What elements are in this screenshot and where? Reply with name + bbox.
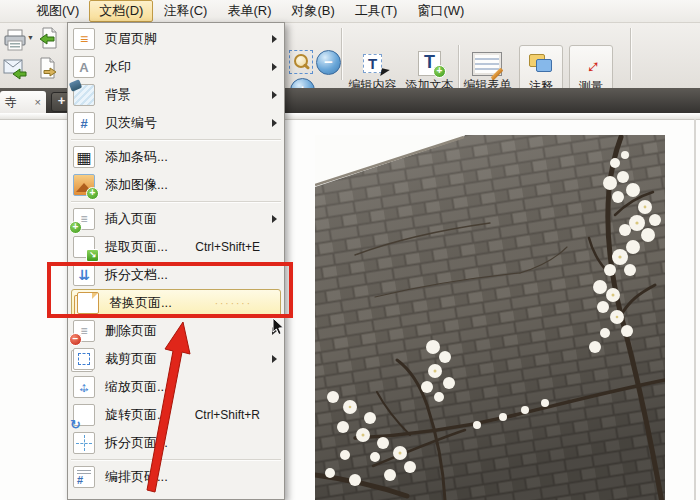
document-tab[interactable]: 寺 × [0,91,46,113]
menu-item-label: 旋转页面... [105,406,168,424]
chevron-down-icon[interactable]: ▼ [27,34,34,41]
close-icon[interactable]: × [35,96,41,108]
menu-bar-item[interactable]: 视图(V) [26,0,89,22]
menu-bar: 视图(V) 文档(D) 注释(C) 表单(R) 对象(B) 工具(T) 窗口(W… [0,0,700,23]
menu-item-label: 删除页面 [105,322,157,340]
submenu-arrow-icon [272,91,277,99]
menu-item[interactable]: 页眉页脚 [68,25,284,53]
menu-bar-item[interactable]: 文档(D) [89,0,153,22]
document-tab-label: 寺 [5,94,17,111]
menu-bar-item[interactable]: 表单(R) [217,0,281,22]
toolbar-button-icon [570,49,612,79]
delete-pages [73,320,95,342]
menu-item[interactable]: 裁剪页面 [68,345,284,373]
submenu-arrow-icon [272,355,277,363]
menu-item-shortcut: Ctrl+Shift+E [195,240,276,254]
split-pages [73,432,95,454]
header-footer [73,28,95,50]
extract-pages [73,236,95,258]
export-document-icon[interactable] [36,56,60,80]
toolbar-button-icon [520,49,562,79]
background [73,84,95,106]
bates-number [73,112,95,134]
barcode [73,146,95,168]
arrange-page-numbers [73,466,95,488]
page-right-edge [694,119,696,500]
menu-item-label: 背景 [105,86,131,104]
menu-item-label: 替换页面... [109,294,172,312]
toolbar-button-icon [344,48,401,78]
menu-item-label: 拆分文档... [105,266,168,284]
menu-item[interactable]: 水印 [68,53,284,81]
menu-item-shortcut: Ctrl+Shift+R [195,408,276,422]
submenu-arrow-icon [272,119,277,127]
plum-blossom-photo [315,135,665,500]
menu-item-label: 裁剪页面 [105,350,157,368]
menu-item[interactable]: 拆分文档... [68,261,284,289]
menu-item-label: 插入页面 [105,210,157,228]
submenu-arrow-icon [272,327,277,335]
menu-bar-item[interactable]: 窗口(W) [407,0,474,22]
menu-item[interactable]: 拆分页面... [68,429,284,457]
menu-bar-item[interactable]: 注释(C) [153,0,217,22]
insert-pages [73,208,95,230]
add-image [73,174,95,196]
menu-item-label: 水印 [105,58,131,76]
menu-item[interactable]: 删除页面 [68,317,284,345]
crop-pages [73,348,95,370]
menu-item-label: 添加条码... [105,148,168,166]
menu-item[interactable]: 编排页码... [68,463,284,491]
submenu-arrow-icon [272,35,277,43]
submenu-arrow-icon [272,215,277,223]
menu-item[interactable]: 添加条码... [68,143,284,171]
menu-item[interactable]: 添加图像... [68,171,284,199]
menu-item-label: 拆分页面... [105,434,168,452]
split-document [73,264,95,286]
printer-icon[interactable] [3,28,27,52]
menu-item[interactable]: 缩放页面... [68,373,284,401]
watermark [73,56,95,78]
menu-item-label: 页眉页脚 [105,30,157,48]
marquee-zoom-icon[interactable] [289,50,313,74]
import-document-icon[interactable] [36,26,60,50]
menu-item[interactable]: 贝茨编号 [68,109,284,137]
menu-item[interactable]: 背景 [68,81,284,109]
menu-item[interactable]: 旋转页面... Ctrl+Shift+R [68,401,284,429]
scale-pages [73,376,95,398]
menu-item[interactable]: 替换页面... [71,289,281,317]
menu-bar-item[interactable]: 工具(T) [345,0,408,22]
email-icon[interactable] [3,56,27,80]
menu-item-label: 缩放页面... [105,378,168,396]
rotate-pages [73,404,95,426]
toolbar-button-icon [401,48,458,78]
zoom-out-icon[interactable]: − [316,50,341,75]
toolbar-button-icon [459,48,516,78]
menu-bar-item[interactable]: 对象(B) [281,0,344,22]
menu-item[interactable]: 插入页面 [68,205,284,233]
menu-item-label: 贝茨编号 [105,114,157,132]
submenu-arrow-icon [272,63,277,71]
document-menu-dropdown: 页眉页脚 水印 背景 [67,22,285,500]
menu-item-label: 提取页面... [105,238,168,256]
menu-item[interactable]: 提取页面... Ctrl+Shift+E [68,233,284,261]
replace-pages [77,292,99,314]
menu-item-label: 添加图像... [105,176,168,194]
menu-item-label: 编排页码... [105,468,168,486]
